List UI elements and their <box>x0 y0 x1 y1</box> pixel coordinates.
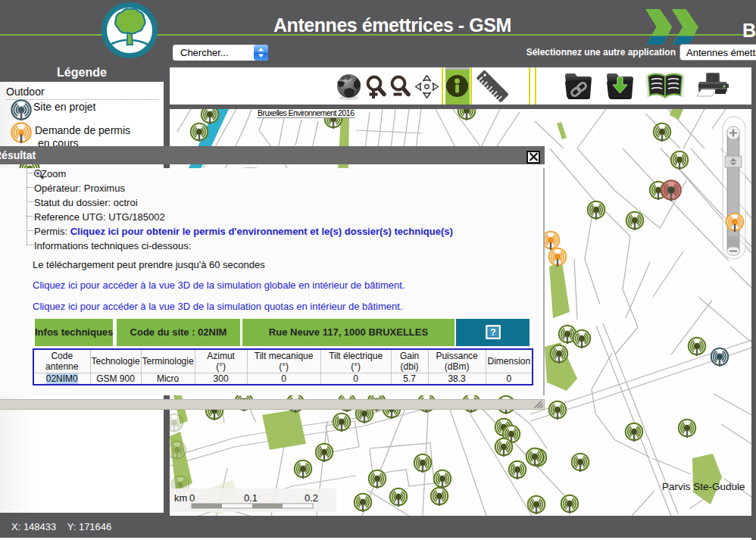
svg-text:?: ? <box>490 327 495 338</box>
svg-text:Bruxelles Environnement 2016: Bruxelles Environnement 2016 <box>258 109 355 117</box>
svg-text:0.2: 0.2 <box>305 492 318 504</box>
svg-text:km: km <box>174 492 187 504</box>
svg-text:0.1: 0.1 <box>244 492 258 504</box>
svg-text:0: 0 <box>189 492 195 504</box>
svg-text:Parvis Ste-Gudule: Parvis Ste-Gudule <box>662 481 745 492</box>
